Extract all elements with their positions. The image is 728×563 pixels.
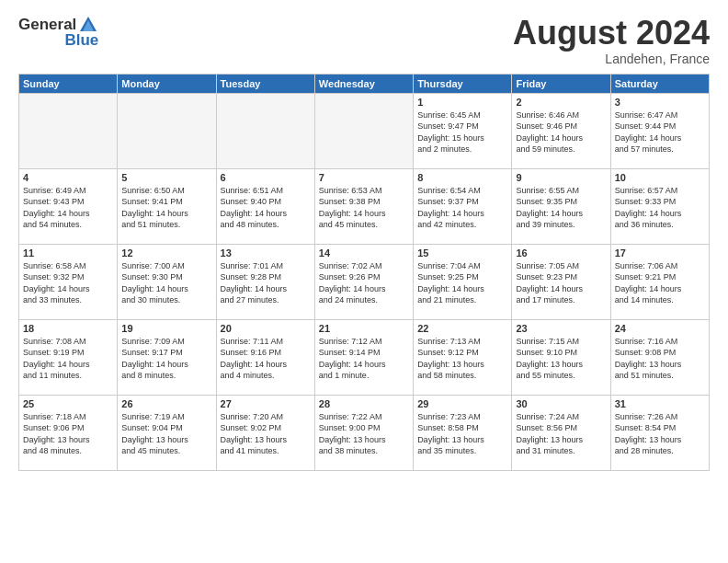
day-info: Sunrise: 7:11 AMSunset: 9:16 PMDaylight:… — [221, 336, 311, 382]
day-number: 3 — [615, 97, 705, 108]
calendar-cell: 28Sunrise: 7:22 AMSunset: 9:00 PMDayligh… — [314, 395, 413, 470]
col-thursday: Thursday — [414, 74, 512, 93]
calendar-cell: 7Sunrise: 6:53 AMSunset: 9:38 PMDaylight… — [314, 168, 413, 244]
day-info: Sunrise: 7:05 AMSunset: 9:23 PMDaylight:… — [516, 260, 606, 306]
day-info: Sunrise: 7:04 AMSunset: 9:25 PMDaylight:… — [417, 260, 507, 306]
col-tuesday: Tuesday — [216, 74, 314, 93]
calendar-cell: 11Sunrise: 6:58 AMSunset: 9:32 PMDayligh… — [19, 244, 118, 319]
month-year: August 2024 — [513, 15, 710, 52]
calendar-cell: 24Sunrise: 7:16 AMSunset: 9:08 PMDayligh… — [610, 319, 709, 395]
calendar-cell: 19Sunrise: 7:09 AMSunset: 9:17 PMDayligh… — [118, 319, 216, 395]
calendar-cell: 29Sunrise: 7:23 AMSunset: 8:58 PMDayligh… — [414, 395, 512, 470]
calendar-week-1: 4Sunrise: 6:49 AMSunset: 9:43 PMDaylight… — [19, 168, 710, 244]
calendar-week-0: 1Sunrise: 6:45 AMSunset: 9:47 PMDaylight… — [19, 93, 710, 168]
day-info: Sunrise: 6:53 AMSunset: 9:38 PMDaylight:… — [319, 185, 409, 231]
day-info: Sunrise: 6:51 AMSunset: 9:40 PMDaylight:… — [221, 185, 311, 231]
day-number: 21 — [319, 323, 409, 334]
calendar-cell: 22Sunrise: 7:13 AMSunset: 9:12 PMDayligh… — [414, 319, 512, 395]
calendar-cell: 1Sunrise: 6:45 AMSunset: 9:47 PMDaylight… — [414, 93, 512, 168]
calendar-cell: 3Sunrise: 6:47 AMSunset: 9:44 PMDaylight… — [610, 93, 709, 168]
page: General Blue August 2024 Landehen, Franc… — [0, 0, 728, 563]
day-number: 29 — [417, 398, 507, 409]
day-number: 27 — [221, 398, 311, 409]
day-info: Sunrise: 7:06 AMSunset: 9:21 PMDaylight:… — [615, 260, 705, 306]
calendar-cell: 10Sunrise: 6:57 AMSunset: 9:33 PMDayligh… — [610, 168, 709, 244]
day-info: Sunrise: 6:45 AMSunset: 9:47 PMDaylight:… — [417, 109, 507, 155]
day-number: 4 — [23, 172, 113, 183]
calendar-cell: 12Sunrise: 7:00 AMSunset: 9:30 PMDayligh… — [118, 244, 216, 319]
calendar-cell — [216, 93, 314, 168]
day-info: Sunrise: 7:18 AMSunset: 9:06 PMDaylight:… — [23, 411, 113, 457]
day-number: 18 — [23, 323, 113, 334]
day-number: 30 — [516, 398, 606, 409]
location: Landehen, France — [513, 52, 710, 66]
day-info: Sunrise: 6:46 AMSunset: 9:46 PMDaylight:… — [516, 109, 606, 155]
day-number: 6 — [221, 172, 311, 183]
day-number: 31 — [615, 398, 705, 409]
logo: General Blue — [18, 15, 98, 50]
day-info: Sunrise: 6:50 AMSunset: 9:41 PMDaylight:… — [121, 185, 211, 231]
day-info: Sunrise: 7:19 AMSunset: 9:04 PMDaylight:… — [121, 411, 211, 457]
day-number: 16 — [516, 247, 606, 259]
calendar-week-4: 25Sunrise: 7:18 AMSunset: 9:06 PMDayligh… — [19, 395, 710, 470]
calendar-cell: 30Sunrise: 7:24 AMSunset: 8:56 PMDayligh… — [512, 395, 610, 470]
day-number: 20 — [221, 323, 311, 334]
day-info: Sunrise: 6:55 AMSunset: 9:35 PMDaylight:… — [516, 185, 606, 231]
day-number: 2 — [516, 97, 606, 108]
day-number: 23 — [516, 323, 606, 334]
day-info: Sunrise: 7:13 AMSunset: 9:12 PMDaylight:… — [417, 336, 507, 382]
calendar-cell: 17Sunrise: 7:06 AMSunset: 9:21 PMDayligh… — [610, 244, 709, 319]
day-info: Sunrise: 7:20 AMSunset: 9:02 PMDaylight:… — [221, 411, 311, 457]
calendar-cell: 6Sunrise: 6:51 AMSunset: 9:40 PMDaylight… — [216, 168, 314, 244]
day-info: Sunrise: 7:12 AMSunset: 9:14 PMDaylight:… — [319, 336, 409, 382]
day-number: 19 — [121, 323, 211, 334]
day-info: Sunrise: 7:02 AMSunset: 9:26 PMDaylight:… — [319, 260, 409, 306]
day-number: 17 — [615, 247, 705, 259]
calendar-week-2: 11Sunrise: 6:58 AMSunset: 9:32 PMDayligh… — [19, 244, 710, 319]
day-number: 14 — [319, 247, 409, 259]
calendar-header-row: Sunday Monday Tuesday Wednesday Thursday… — [19, 74, 710, 93]
calendar-cell: 26Sunrise: 7:19 AMSunset: 9:04 PMDayligh… — [118, 395, 216, 470]
day-info: Sunrise: 6:57 AMSunset: 9:33 PMDaylight:… — [615, 185, 705, 231]
day-info: Sunrise: 7:00 AMSunset: 9:30 PMDaylight:… — [121, 260, 211, 306]
day-info: Sunrise: 6:58 AMSunset: 9:32 PMDaylight:… — [23, 260, 113, 306]
day-info: Sunrise: 7:15 AMSunset: 9:10 PMDaylight:… — [516, 336, 606, 382]
header: General Blue August 2024 Landehen, Franc… — [18, 15, 710, 66]
day-number: 26 — [121, 398, 211, 409]
col-saturday: Saturday — [610, 74, 709, 93]
calendar-cell: 31Sunrise: 7:26 AMSunset: 8:54 PMDayligh… — [610, 395, 709, 470]
col-friday: Friday — [512, 74, 610, 93]
day-number: 22 — [417, 323, 507, 334]
calendar-cell: 20Sunrise: 7:11 AMSunset: 9:16 PMDayligh… — [216, 319, 314, 395]
day-number: 15 — [417, 247, 507, 259]
calendar-cell — [314, 93, 413, 168]
day-number: 8 — [417, 172, 507, 183]
calendar-cell: 23Sunrise: 7:15 AMSunset: 9:10 PMDayligh… — [512, 319, 610, 395]
calendar-cell: 9Sunrise: 6:55 AMSunset: 9:35 PMDaylight… — [512, 168, 610, 244]
calendar-cell: 27Sunrise: 7:20 AMSunset: 9:02 PMDayligh… — [216, 395, 314, 470]
day-number: 12 — [121, 247, 211, 259]
calendar-cell: 2Sunrise: 6:46 AMSunset: 9:46 PMDaylight… — [512, 93, 610, 168]
day-info: Sunrise: 7:24 AMSunset: 8:56 PMDaylight:… — [516, 411, 606, 457]
calendar-cell: 5Sunrise: 6:50 AMSunset: 9:41 PMDaylight… — [118, 168, 216, 244]
day-number: 24 — [615, 323, 705, 334]
calendar-cell: 8Sunrise: 6:54 AMSunset: 9:37 PMDaylight… — [414, 168, 512, 244]
day-info: Sunrise: 6:47 AMSunset: 9:44 PMDaylight:… — [615, 109, 705, 155]
title-area: August 2024 Landehen, France — [513, 15, 710, 66]
day-number: 28 — [319, 398, 409, 409]
calendar-cell — [118, 93, 216, 168]
calendar-cell: 15Sunrise: 7:04 AMSunset: 9:25 PMDayligh… — [414, 244, 512, 319]
day-info: Sunrise: 7:26 AMSunset: 8:54 PMDaylight:… — [615, 411, 705, 457]
calendar: Sunday Monday Tuesday Wednesday Thursday… — [18, 74, 710, 471]
day-info: Sunrise: 7:23 AMSunset: 8:58 PMDaylight:… — [417, 411, 507, 457]
col-wednesday: Wednesday — [314, 74, 413, 93]
logo-blue: Blue — [64, 31, 98, 50]
day-number: 11 — [23, 247, 113, 259]
day-info: Sunrise: 7:01 AMSunset: 9:28 PMDaylight:… — [221, 260, 311, 306]
day-info: Sunrise: 6:49 AMSunset: 9:43 PMDaylight:… — [23, 185, 113, 231]
day-number: 25 — [23, 398, 113, 409]
day-number: 13 — [221, 247, 311, 259]
day-info: Sunrise: 7:09 AMSunset: 9:17 PMDaylight:… — [121, 336, 211, 382]
col-monday: Monday — [118, 74, 216, 93]
calendar-cell: 14Sunrise: 7:02 AMSunset: 9:26 PMDayligh… — [314, 244, 413, 319]
